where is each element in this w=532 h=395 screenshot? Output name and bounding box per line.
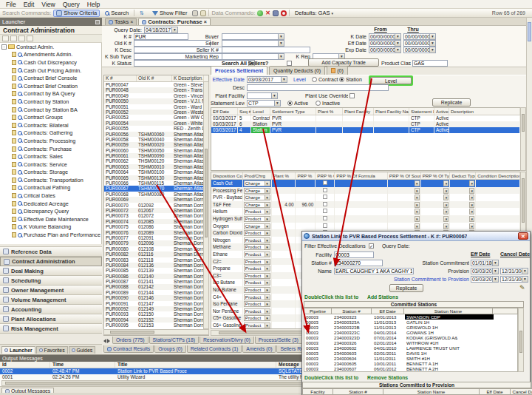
tree-item-contracts-processing[interactable]: Contracts: Processing bbox=[0, 137, 101, 145]
contract-row[interactable]: PUR00069Sherman Dornick - bbox=[104, 197, 208, 202]
chevron-down-icon[interactable]: ▾ bbox=[443, 202, 449, 208]
contract-row[interactable]: PUR00063TSHM00010Sherman Atlas - H bbox=[104, 164, 208, 169]
prod-chrg-combo[interactable]: Product▾ bbox=[244, 315, 270, 321]
contract-row[interactable]: PUR00053Green - WW Oil & bbox=[104, 115, 208, 120]
column-header[interactable]: Disposition Code bbox=[211, 172, 243, 179]
contract-row[interactable]: PUR00075012086Sherman Dornick - bbox=[104, 224, 208, 229]
active-radio-inactive[interactable] bbox=[316, 101, 321, 106]
prod-chrg-combo[interactable]: Product▾ bbox=[244, 251, 270, 257]
tree-root[interactable]: -Contract Admin. bbox=[0, 43, 101, 51]
chevron-down-icon[interactable]: ▾ bbox=[415, 209, 420, 215]
contract-row[interactable]: PUR00082012116Sherman Dornick - bbox=[104, 251, 208, 257]
column-header[interactable]: Plant Facility Name bbox=[374, 108, 409, 115]
contract-row[interactable]: PUR00059TSHM00020Sherman Atlas - Q bbox=[104, 142, 208, 147]
chevron-down-icon[interactable]: ▾ bbox=[429, 47, 435, 53]
contract-row[interactable]: PUR00091012147Sherman Dornick - bbox=[104, 301, 208, 306]
commitment-cancel-field[interactable]: 12/31/3000▾ bbox=[500, 268, 528, 274]
committed-row[interactable]: 00003234000323C04/01/2014GOWANS 1H bbox=[304, 330, 517, 335]
tree-item-contract-by-station-ba[interactable]: Contract by Station BA bbox=[0, 106, 101, 114]
column-header[interactable]: Station Name bbox=[404, 308, 493, 314]
column-header[interactable]: Station # bbox=[332, 308, 372, 314]
chevron-down-icon[interactable]: ▾ bbox=[415, 202, 420, 208]
contract-row[interactable]: PUR00067TSHM00070Sherman Atlas - Ja bbox=[104, 186, 208, 191]
contract-row[interactable]: PUR00080012108Sherman Dornick - bbox=[104, 246, 208, 251]
nav-left-icon[interactable] bbox=[103, 339, 106, 343]
prod-chrg-combo[interactable]: Product▾ bbox=[244, 237, 270, 243]
contract-row[interactable]: PUR00088012142Sherman Dornick - bbox=[104, 284, 208, 289]
prp-of-checkbox[interactable] bbox=[323, 188, 327, 192]
committed-row[interactable]: 0000323400060302/01/2011DAVIS 1H bbox=[304, 351, 517, 356]
column-header[interactable]: K Description ▴ bbox=[172, 75, 204, 81]
record-tab-stations-ctps-18-[interactable]: Stations/CTPs (18) bbox=[149, 337, 199, 344]
disposition-row[interactable]: HeliumProduct▾▾▾▾ bbox=[211, 208, 520, 215]
tree-item-purchase-plan-and-performance[interactable]: Purchase Plan and Performance bbox=[0, 231, 101, 239]
prp-of-checkbox[interactable] bbox=[323, 202, 327, 206]
panel-button-accounting[interactable]: Accounting bbox=[0, 305, 102, 314]
chevron-down-icon[interactable]: ▾ bbox=[429, 34, 435, 39]
active-radio-active[interactable] bbox=[287, 101, 293, 106]
tree-item-contracts-storage[interactable]: Contracts: Storage bbox=[0, 169, 101, 177]
chevron-down-icon[interactable]: ▾ bbox=[274, 101, 280, 106]
date-thru-field[interactable]: 00/00/0000▾ bbox=[403, 47, 436, 53]
contract-row[interactable]: PUR00084012136Sherman Dornick - bbox=[104, 263, 208, 268]
committed-row[interactable]: 00003234000323D07/01/2014KODIAK (GRISWOL… bbox=[304, 335, 517, 340]
chevron-down-icon[interactable]: ▾ bbox=[171, 27, 177, 33]
effective-date-field[interactable]: 03/03/2017▾ bbox=[247, 76, 287, 83]
chevron-down-icon[interactable]: ▾ bbox=[395, 41, 400, 46]
contract-row[interactable]: PUR00077012091Sherman Dornick - bbox=[104, 235, 208, 240]
contract-row[interactable]: PUR00055RED - Zenith Drilli bbox=[104, 126, 208, 131]
record-tab-contract-results[interactable]: Contract Results bbox=[103, 345, 154, 353]
field-seller-k[interactable] bbox=[222, 47, 310, 53]
panel-button-risk-management[interactable]: Risk Management bbox=[0, 324, 102, 334]
contract-row[interactable]: PUR00050Green - V.J.I. NATI bbox=[104, 98, 208, 104]
commitment-eff-field[interactable]: 01/01/1800▾ bbox=[471, 260, 499, 266]
menu-item-edit[interactable]: Edit bbox=[20, 1, 38, 8]
replicate-button[interactable]: Replicate bbox=[432, 98, 471, 107]
panel-button-contract-administration[interactable]: Contract Administration bbox=[0, 257, 102, 266]
committed-row[interactable]: 0000323400060204/01/2010LAWRENCE TRUST U… bbox=[304, 345, 517, 351]
column-header[interactable]: PRP % Of bbox=[316, 172, 335, 179]
menu-item-query[interactable]: Query bbox=[59, 1, 83, 8]
column-header[interactable]: Level bbox=[251, 108, 270, 115]
settlement-row[interactable]: 03/03/20176StationPVRCTPActive bbox=[211, 121, 520, 127]
disposition-row[interactable]: OxygenCharge▾▾▾▾ bbox=[211, 223, 520, 230]
tree-item-contracts-service[interactable]: Contracts: Service bbox=[0, 161, 101, 169]
tree-item-cash-out-discrepancy[interactable]: Cash Out Discrepancy bbox=[0, 58, 101, 67]
prod-chrg-combo[interactable]: Charge▾ bbox=[244, 188, 270, 194]
prp-of-checkbox[interactable] bbox=[323, 216, 327, 220]
panel-button-reference-data[interactable]: Reference Data bbox=[0, 247, 102, 257]
disposition-row[interactable]: Hydrogen SulfideProduct▾▾▾▾ bbox=[211, 215, 520, 223]
tree-item-critical-dates[interactable]: Critical Dates bbox=[0, 192, 101, 200]
contract-row[interactable]: PUR00085012139Sherman Dornick - bbox=[104, 268, 208, 273]
popup-replicate-button[interactable]: Replicate bbox=[389, 284, 423, 292]
menu-item-file[interactable]: File bbox=[2, 1, 20, 8]
contract-row[interactable]: PUR00052Green - Westar Er bbox=[104, 109, 208, 115]
column-header[interactable]: Id bbox=[0, 362, 50, 368]
date-from-field[interactable]: 00/00/0000▾ bbox=[369, 33, 401, 40]
contract-row[interactable]: PUR00049Green - Vincent D bbox=[104, 93, 208, 98]
record-tab-groups-0-[interactable]: Groups (0) bbox=[154, 345, 185, 353]
committed-row[interactable]: 00003234000323A11/01/2013GATLIN 1H bbox=[304, 320, 517, 325]
contract-row[interactable]: PUR00051Green - Ward Fee bbox=[104, 104, 208, 109]
chevron-down-icon[interactable]: ▾ bbox=[469, 216, 474, 222]
chevron-down-icon[interactable]: ▾ bbox=[443, 223, 449, 229]
contract-row[interactable]: PUR00061TSHM00090Sherman Atlas - D bbox=[104, 153, 208, 158]
contract-row[interactable]: PUR00054Green - White & E bbox=[104, 121, 208, 126]
column-header[interactable]: Pipeline bbox=[304, 308, 332, 314]
tree-item-contract-groups[interactable]: Contract Groups bbox=[0, 113, 101, 121]
sidebar-tab-guides[interactable]: Guides bbox=[69, 346, 96, 354]
tree-item-contract-brief-console[interactable]: Contract Brief Console bbox=[0, 74, 101, 82]
contract-row[interactable]: PUR00047Green - Steve Jon bbox=[104, 82, 208, 87]
contract-row[interactable]: PUR00094012152Sherman Dornick - bbox=[104, 317, 208, 323]
tree-item-amendments-admin-[interactable]: Amendments Admin. bbox=[0, 51, 101, 59]
contract-row[interactable]: PUR00072012067Sherman Dornick - bbox=[104, 208, 208, 213]
column-header[interactable]: Plant % bbox=[316, 108, 343, 115]
settlement-grid-scrollbar[interactable] bbox=[520, 107, 526, 171]
tab-tasks[interactable]: Tasks× bbox=[105, 18, 137, 25]
column-header[interactable]: Station # bbox=[333, 388, 383, 395]
run-icon[interactable] bbox=[257, 10, 263, 16]
prod-chrg-combo[interactable]: Product▾ bbox=[244, 301, 270, 307]
contract-row[interactable]: PUR00090012146Sherman Dornick - bbox=[104, 295, 208, 300]
column-header[interactable]: Description bbox=[449, 108, 520, 115]
sidebar-tool-icon[interactable] bbox=[10, 36, 17, 41]
